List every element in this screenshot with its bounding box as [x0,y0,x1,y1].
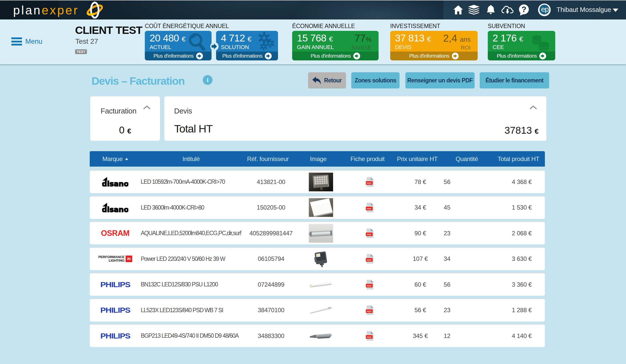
cell-fiche-produit: PDF [343,177,396,187]
help-icon: ? [518,4,529,15]
user-caret-icon[interactable] [613,9,618,12]
home-button[interactable] [453,0,463,19]
kpi-investissement-side-label: ROI [461,44,471,51]
layers-button[interactable] [468,0,480,19]
kpi-economie-more-button[interactable]: Plus d'informations [292,52,379,60]
download-button[interactable] [501,0,514,19]
cell-ref-fournisseur: 06105794 [246,255,296,262]
kpi-card-main: 2 176 € CEE [488,31,555,52]
kpi-investissement-more-button[interactable]: Plus d'informations [390,52,478,60]
svg-text:disano: disano [102,180,128,187]
cell-image [296,275,346,294]
cloud-download-icon [501,5,514,14]
notifications-button[interactable] [486,0,496,19]
column-header-fiche[interactable]: Fiche produit [342,155,393,163]
kpi-card-main: 4 712 € SOLUTION [216,31,278,52]
devis-collapse-chevron-icon[interactable] [529,105,537,109]
pdf-file-icon[interactable]: PDF [366,331,374,341]
planexper-logo[interactable]: planexper [13,3,79,17]
pdf-file-icon[interactable]: PDF [366,203,374,212]
retour-button[interactable]: Retour [308,72,346,88]
kpi-economie-percent: 77% [354,33,372,44]
cell-total-produit: 2 068 € [464,230,545,237]
philips-logo: PHILIPS [100,306,130,315]
svg-text:PDF: PDF [366,259,372,261]
disano-logo: disano [102,203,128,212]
column-header-image[interactable]: Image [294,155,342,163]
product-photo-tube-gray [309,224,333,243]
cell-intitule: LED 3600lm-4000K-CRI>80 [141,204,246,211]
cell-marque: disano [90,177,141,187]
help-button[interactable]: ? [518,0,530,19]
pdf-file-icon[interactable]: PDF [366,305,374,315]
cell-intitule: LED 10592lm-700mA-4000K-CRI>70 [141,178,246,185]
column-header-marque[interactable]: Marque [90,155,141,163]
kpi-card-actuel: 20 480 € ACTUEL Plus d'informations [145,31,212,60]
column-header-total[interactable]: Total produit HT [492,155,545,163]
table-row[interactable]: PERFORMANCELIGHTINGiN Power LED 220/240 … [90,247,545,270]
product-photo-panel-gray [309,198,333,217]
cell-prix-unitaire: 90 € [401,230,440,237]
cell-ref-fournisseur: 150205-00 [246,204,296,211]
user-name[interactable]: Thibaut Mossalgue [557,0,611,19]
gears-icon [253,31,275,52]
planexper-orb-icon [85,2,104,19]
cell-total-produit: 4 140 € [464,332,545,339]
info-button[interactable]: i [203,75,212,85]
devis-total-amount: 37813 € [504,125,539,136]
magnifier-icon [187,32,207,52]
page-title: Devis – Facturation [91,75,184,87]
cell-quantite: 56 [434,281,460,288]
cell-fiche-produit: PDF [343,280,396,289]
table-row[interactable]: PHILIPS BGP213 LED49-4S/740 II DM50 D9 4… [90,324,545,347]
kpi-card-main: 20 480 € ACTUEL [145,31,212,52]
menu-hamburger-icon[interactable] [11,37,22,46]
cell-image [296,249,346,268]
menu-label[interactable]: Menu [25,37,42,46]
kpi-investissement-roi-value: 2,4 ans [443,33,471,44]
hamburger-bar [11,37,22,39]
kpi-investissement-value: 37 813 € [395,33,431,44]
kpi-subvention-more-button[interactable]: Plus d'informations [488,52,555,60]
user-avatar[interactable]: e p [538,0,551,19]
svg-text:PDF: PDF [366,335,372,338]
kpi-solution-more-button[interactable]: Plus d'informations [216,52,278,60]
cell-intitule: Power LED 220/240 V 50/60 Hz 39 W [141,256,246,262]
header-band: Menu CLIENT TEST Test 27 TEST COÛT ÉNERG… [0,19,626,64]
kpi-card-subvention: 2 176 € CEE Plus d'informations [488,31,555,60]
cell-prix-unitaire: 60 € [401,281,440,288]
cell-image [296,198,346,217]
pdf-file-icon[interactable]: PDF [366,254,374,264]
philips-logo: PHILIPS [100,331,130,340]
column-header-prix[interactable]: Prix unitaire HT [393,155,442,163]
column-header-ref[interactable]: Réf. fournisseur [241,155,294,163]
back-arrow-icon [312,77,321,84]
cell-quantite: 56 [434,178,460,186]
logo-exper: exper [42,4,79,17]
etudier-financement-button[interactable]: Étudier le financement [480,72,549,88]
cell-image [296,327,346,345]
hamburger-bar [11,41,22,42]
table-row[interactable]: PHILIPS BN132C LED12S/830 PSU L1200 0724… [90,273,545,296]
renseigner-devis-pdf-button[interactable]: Renseigner un devis PDF [405,72,475,88]
devis-panel-title: Devis [174,107,192,115]
pdf-file-icon[interactable]: PDF [366,177,374,187]
kpi-card-main: 15 768 € GAIN ANNUEL 77% BAISSE [292,31,379,52]
cell-image [296,173,346,191]
pdf-file-icon[interactable]: PDF [366,229,374,238]
cell-marque: PHILIPS [90,305,141,315]
cell-intitule: BGP213 LED49-4S/740 II DM50 D9 48/60A [141,332,246,339]
table-row[interactable]: disano LED 10592lm-700mA-4000K-CRI>70 41… [90,170,545,193]
facturation-collapse-chevron-icon[interactable] [143,105,151,109]
cell-intitule: BN132C LED12S/830 PSU L1200 [141,281,246,288]
table-row[interactable]: OSRAM AQUALINE,LED,5200lm840,ECG,PC,dir,… [90,221,545,244]
table-row[interactable]: PHILIPS LL523X LED123S/840 PSD WB 7 SI 3… [90,299,545,322]
column-header-intitule[interactable]: Intitulé [141,155,241,163]
pdf-file-icon[interactable]: PDF [366,280,374,289]
osram-logo: OSRAM [101,229,130,238]
zones-solutions-button[interactable]: Zones solutions [351,72,400,88]
column-header-quantite[interactable]: Quantité [442,155,492,163]
table-row[interactable]: disano LED 3600lm-4000K-CRI>80 150205-00… [90,196,545,219]
kpi-solution-label: SOLUTION [221,44,249,51]
kpi-actuel-more-button[interactable]: Plus d'informations [145,52,212,60]
